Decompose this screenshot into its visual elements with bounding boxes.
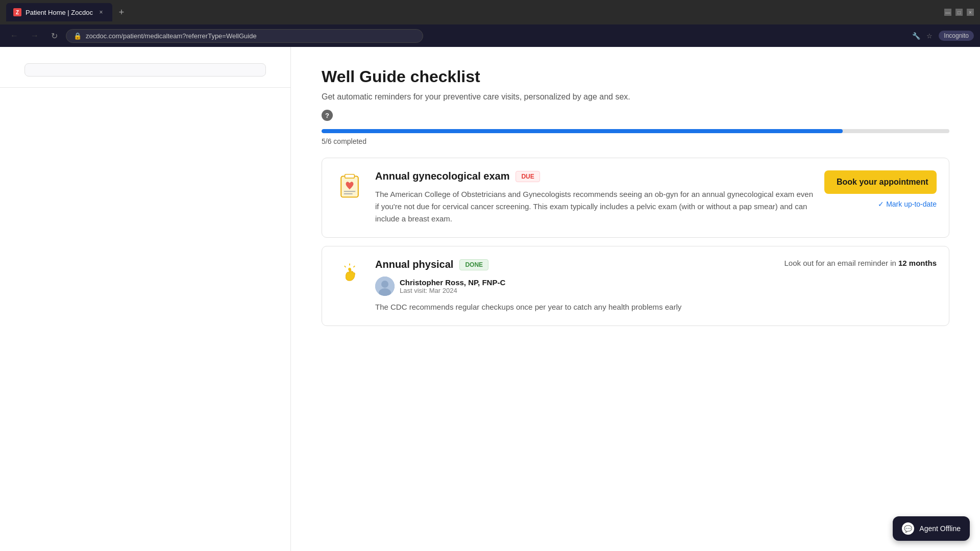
checklist-item-gynecological: Annual gynecological exam DUE The Americ…: [322, 158, 949, 238]
address-bar[interactable]: 🔒 zocdoc.com/patient/medicalteam?referre…: [66, 29, 423, 43]
navigation-bar: ← → ↻ 🔒 zocdoc.com/patient/medicalteam?r…: [0, 24, 980, 47]
progress-label: 5/6 completed: [322, 137, 949, 145]
minimize-button[interactable]: —: [944, 9, 951, 16]
badge-due: DUE: [516, 171, 540, 182]
item-title-gynecological: Annual gynecological exam: [375, 170, 509, 182]
browser-chrome: Z Patient Home | Zocdoc × + — □ ×: [0, 0, 980, 24]
maximize-button[interactable]: □: [955, 9, 963, 16]
item-title-physical: Annual physical: [375, 259, 453, 270]
provider-name: Christopher Ross, NP, FNP-C: [400, 278, 505, 287]
tab-bar: Z Patient Home | Zocdoc × +: [6, 3, 940, 21]
nav-right-controls: 🔧 ☆ Incognito: [912, 31, 974, 41]
item-actions-physical: Look out for an email reminder in 12 mon…: [785, 259, 937, 267]
item-description-gynecological: The American College of Obstetricians an…: [375, 188, 814, 225]
checkmark-icon: ✓: [878, 200, 884, 208]
item-content-gynecological: Annual gynecological exam DUE The Americ…: [375, 170, 814, 225]
provider-info: Christopher Ross, NP, FNP-C Last visit: …: [375, 277, 774, 296]
tab-title: Patient Home | Zocdoc: [26, 9, 93, 16]
progress-bar-track: [322, 129, 949, 133]
svg-line-7: [353, 266, 355, 267]
progress-bar-fill: [322, 129, 843, 133]
svg-line-8: [345, 266, 346, 267]
refresh-button[interactable]: ↻: [47, 29, 62, 43]
provider-details: Christopher Ross, NP, FNP-C Last visit: …: [400, 278, 505, 294]
progress-container: 5/6 completed: [322, 129, 949, 145]
sidebar-card: [24, 63, 266, 77]
mark-uptodate-label: Mark up-to-date: [886, 200, 937, 208]
last-visit: Last visit: Mar 2024: [400, 287, 505, 294]
active-tab[interactable]: Z Patient Home | Zocdoc ×: [6, 3, 112, 21]
page-subtitle: Get automatic reminders for your prevent…: [322, 92, 949, 102]
reminder-months: 12 months: [898, 259, 937, 267]
reminder-prefix: Look out for an email reminder in: [785, 259, 896, 267]
badge-done: DONE: [459, 259, 488, 270]
tab-close-button[interactable]: ×: [97, 8, 105, 16]
svg-point-10: [381, 281, 388, 288]
checklist-item-physical: Annual physical DONE Christopher Ross, N…: [322, 246, 949, 326]
chat-widget[interactable]: 💬 Agent Offline: [893, 516, 970, 541]
page-title: Well Guide checklist: [322, 67, 949, 86]
main-content: Well Guide checklist Get automatic remin…: [291, 47, 980, 551]
item-description-physical: The CDC recommends regular checkups once…: [375, 301, 774, 313]
bookmark-icon[interactable]: ☆: [926, 32, 933, 40]
help-icon[interactable]: ?: [322, 110, 333, 121]
reminder-text: Look out for an email reminder in 12 mon…: [785, 259, 937, 267]
tab-favicon: Z: [13, 8, 21, 16]
item-actions-gynecological: Book your appointment ✓ Mark up-to-date: [824, 170, 937, 208]
item-header-physical: Annual physical DONE: [375, 259, 774, 270]
mark-uptodate-link[interactable]: ✓ Mark up-to-date: [878, 200, 937, 208]
back-button[interactable]: ←: [6, 29, 22, 42]
checklist-icon-gynecological: [334, 170, 365, 201]
forward-button[interactable]: →: [27, 29, 43, 42]
url-text: zocdoc.com/patient/medicalteam?referrerT…: [86, 32, 257, 40]
extensions-icon: 🔧: [912, 32, 920, 40]
new-tab-button[interactable]: +: [114, 5, 129, 19]
item-content-physical: Annual physical DONE Christopher Ross, N…: [375, 259, 774, 313]
window-controls: — □ ×: [944, 9, 974, 16]
address-lock-icon: 🔒: [74, 32, 82, 40]
sidebar: [0, 47, 291, 551]
sidebar-top: [0, 47, 290, 88]
provider-avatar: [375, 277, 395, 296]
close-button[interactable]: ×: [967, 9, 974, 16]
item-header-gynecological: Annual gynecological exam DUE: [375, 170, 814, 182]
svg-rect-2: [345, 174, 355, 178]
incognito-badge: Incognito: [939, 31, 974, 41]
chat-label: Agent Offline: [919, 524, 961, 533]
page-layout: Well Guide checklist Get automatic remin…: [0, 47, 980, 551]
book-appointment-button[interactable]: Book your appointment: [824, 170, 937, 194]
chat-icon: 💬: [902, 522, 914, 535]
checklist-icon-physical: [334, 259, 365, 289]
